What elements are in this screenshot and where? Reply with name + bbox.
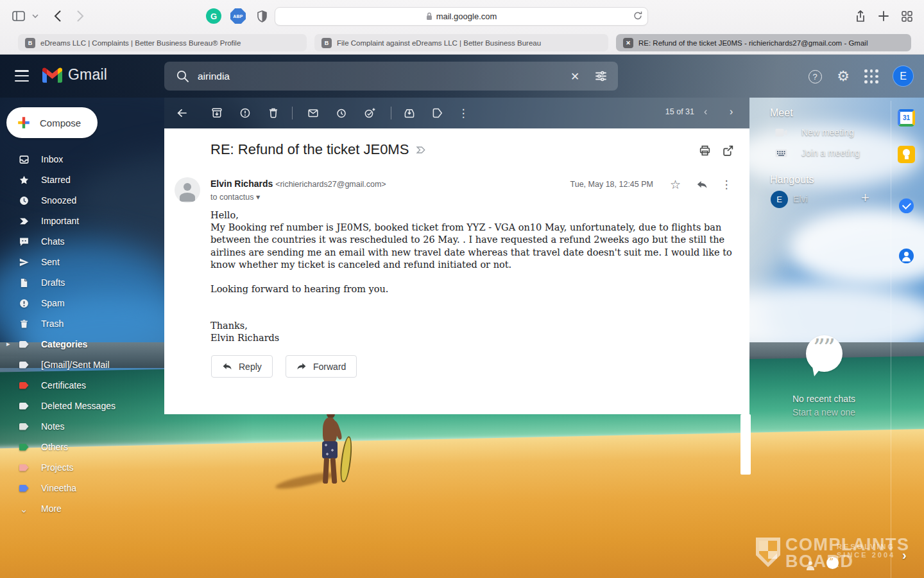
sidebar-item-spam[interactable]: Spam — [0, 293, 164, 313]
join-meeting-item[interactable]: Join a meeting — [775, 148, 860, 158]
tasks-icon[interactable] — [899, 198, 914, 213]
search-icon[interactable] — [176, 69, 189, 85]
tab-file-complaint[interactable]: B File Complaint against eDreams LLC | B… — [314, 34, 608, 51]
forward-button[interactable] — [72, 8, 89, 24]
tab-bbb-profile[interactable]: B eDreams LLC | Complaints | Better Busi… — [18, 34, 307, 51]
sidebar-toggle-icon[interactable] — [10, 8, 27, 24]
sidebar-item-inbox[interactable]: Inbox — [0, 149, 164, 170]
tab-gmail-active[interactable]: ✕ RE: Refund of the ticket JE0MS - richi… — [616, 34, 911, 51]
report-spam-icon[interactable] — [239, 107, 252, 119]
hangouts-contact-avatar[interactable]: E — [771, 191, 788, 208]
reply-icon[interactable] — [696, 179, 708, 191]
chat-icon — [18, 237, 30, 247]
star-email-icon[interactable]: ☆ — [670, 177, 681, 192]
gmail-logo-text: Gmail — [68, 66, 107, 83]
contacts-icon[interactable] — [899, 249, 914, 263]
move-to-icon[interactable] — [403, 107, 416, 119]
send-icon — [18, 258, 30, 267]
toolbar-divider — [391, 107, 391, 119]
compose-button[interactable]: Compose — [6, 107, 98, 138]
add-to-tasks-icon[interactable] — [363, 107, 376, 119]
sidebar-item-drafts[interactable]: Drafts — [0, 272, 164, 293]
label-icon — [18, 403, 30, 410]
toolbar-divider — [292, 107, 293, 119]
expand-right-icon[interactable]: ▸ — [6, 340, 10, 348]
compose-label: Compose — [40, 118, 81, 128]
mark-unread-icon[interactable] — [307, 107, 320, 119]
address-bar[interactable]: mail.google.com — [275, 7, 648, 26]
more-options-icon[interactable]: ⋮ — [457, 107, 470, 119]
sidebar-item-others[interactable]: Others — [0, 437, 164, 457]
search-filter-icon[interactable] — [594, 69, 608, 85]
open-in-new-icon[interactable] — [721, 144, 734, 157]
sidebar-item-vineetha[interactable]: Vineetha — [0, 478, 164, 498]
sidebar-item-sent[interactable]: Sent — [0, 252, 164, 272]
search-input[interactable] — [198, 62, 544, 91]
body-paragraph: My Booking ref number is JE0MS, booked t… — [210, 222, 734, 271]
sidebar-item-more[interactable]: ⌄ More — [0, 498, 164, 519]
body-greeting: Hello, — [210, 209, 734, 222]
sidebar-item-projects[interactable]: Projects — [0, 457, 164, 478]
sender-line: Elvin Richards <richierichards27@gmail.c… — [210, 179, 386, 189]
sender-avatar[interactable] — [175, 177, 200, 203]
sidebar-item-trash[interactable]: Trash — [0, 313, 164, 334]
delete-icon[interactable] — [267, 107, 280, 119]
email-card: RE: Refund of the ticket JE0MS Elvin Ric… — [164, 128, 749, 414]
sidebar-item-chats[interactable]: Chats — [0, 231, 164, 252]
scrollbar[interactable] — [740, 414, 751, 475]
recipient-dropdown[interactable]: to contactus ▾ — [210, 192, 260, 202]
expand-panel-chevron[interactable]: › — [902, 548, 907, 563]
adblock-extension-icon[interactable]: ABP — [230, 8, 246, 24]
print-icon[interactable] — [698, 144, 711, 157]
sidebar-item-certificates[interactable]: Certificates — [0, 375, 164, 396]
forward-button[interactable]: Forward — [286, 355, 357, 378]
labels-icon[interactable] — [431, 107, 444, 119]
new-tab-icon[interactable] — [875, 8, 892, 24]
help-icon[interactable]: ? — [802, 64, 828, 89]
settings-gear-icon[interactable]: ⚙ — [830, 64, 856, 89]
tab-overview-icon[interactable] — [898, 8, 915, 24]
sidebar-item-snoozed[interactable]: Snoozed — [0, 190, 164, 211]
gmail-logo: Gmail — [42, 66, 107, 83]
account-avatar[interactable]: E — [893, 66, 914, 87]
tab-title: eDreams LLC | Complaints | Better Busine… — [40, 39, 241, 47]
tab-favicon: B — [25, 38, 35, 48]
clear-search-icon[interactable]: ✕ — [567, 68, 583, 85]
search-bar: ✕ — [164, 62, 618, 91]
privacy-shield-icon[interactable] — [253, 8, 270, 24]
new-conversation-icon[interactable]: + — [861, 189, 869, 206]
back-button[interactable] — [49, 8, 65, 24]
tab-group-chevron-icon[interactable] — [30, 8, 41, 24]
google-apps-grid-icon[interactable] — [859, 64, 884, 89]
reload-icon[interactable] — [633, 11, 642, 22]
new-meeting-item[interactable]: New meeting — [775, 127, 854, 137]
sidebar-item-categories[interactable]: ▸ Categories — [0, 334, 164, 355]
keep-icon[interactable] — [898, 146, 915, 163]
older-email-chevron[interactable]: › — [730, 106, 733, 118]
newer-email-chevron[interactable]: ‹ — [704, 106, 707, 118]
back-to-inbox-icon[interactable] — [175, 107, 188, 119]
start-new-chat-text[interactable]: Start a new one — [749, 407, 898, 417]
archive-icon[interactable] — [210, 107, 223, 119]
label-icon — [18, 464, 30, 471]
spam-icon — [18, 299, 30, 308]
label-icon — [18, 382, 30, 389]
hangouts-contact-name: Elvi — [793, 194, 808, 204]
sidebar-item-starred[interactable]: Starred — [0, 170, 164, 190]
main-menu-icon[interactable] — [14, 69, 30, 83]
chevron-down-icon: ⌄ — [18, 506, 30, 512]
gmail-m-icon — [42, 67, 62, 83]
calendar-icon[interactable]: 31 — [898, 109, 915, 127]
sidebar-item-gmail-sent-mail[interactable]: [Gmail]/Sent Mail — [0, 355, 164, 375]
snooze-icon[interactable] — [335, 107, 348, 119]
sidebar-item-important[interactable]: Important — [0, 211, 164, 231]
grammarly-extension-icon[interactable]: G — [206, 8, 221, 24]
sidebar-item-notes[interactable]: Notes — [0, 416, 164, 437]
gmail-header: Gmail ✕ ? ⚙ E — [0, 55, 924, 98]
sidebar-item-deleted-messages[interactable]: Deleted Messages — [0, 396, 164, 416]
body-closing: Looking forward to hearing from you. — [210, 283, 734, 295]
reply-button[interactable]: Reply — [211, 355, 273, 378]
share-icon[interactable] — [852, 8, 869, 24]
message-more-icon[interactable]: ⋮ — [720, 178, 733, 191]
quotes-icon: ”” — [813, 334, 834, 362]
